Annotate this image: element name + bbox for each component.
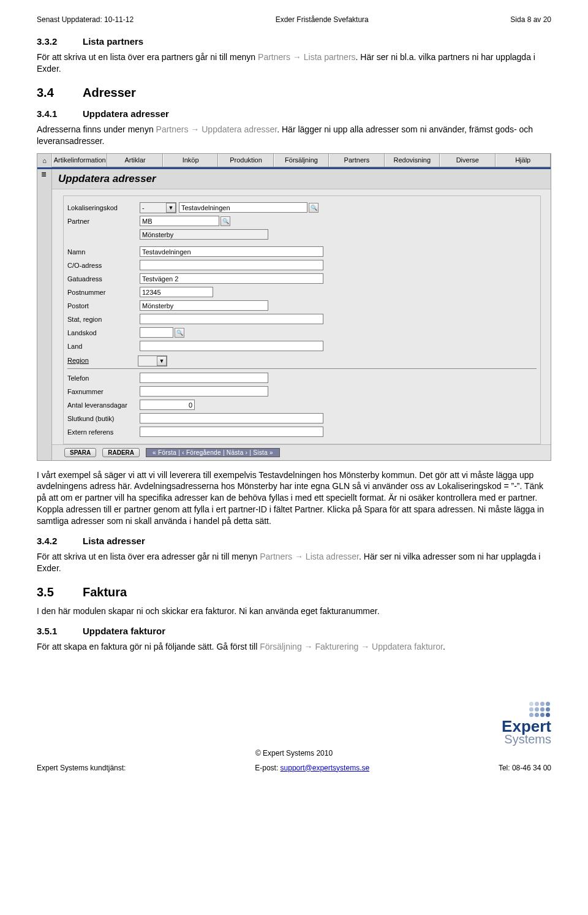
menu-diverse[interactable]: Diverse [440,154,495,167]
menu-artiklar[interactable]: Artiklar [107,154,162,167]
menu-partners[interactable]: Partners [329,154,384,167]
chevron-down-icon[interactable]: ▼ [157,356,167,366]
partner-name-readonly: Mönsterby [140,229,268,240]
para-3-3-2: För att skriva ut en lista över era part… [37,51,551,75]
region-select[interactable]: ▼ [138,355,167,366]
label-lokaliseringskod: Lokaliseringskod [67,204,140,211]
menu-path: Partners → Uppdatera adresser [156,124,277,134]
para-3-5-1: För att skapa en faktura gör ni på följa… [37,641,551,653]
slutkund-input[interactable] [140,413,323,423]
footer-left: Expert Systems kundtjänst: [37,764,126,772]
lokaliseringskod-select[interactable]: - ▼ [140,202,176,213]
postort-input[interactable]: Mönsterby [140,300,268,311]
label-extern-referens: Extern referens [67,428,140,436]
label-faxnummer: Faxnummer [67,388,140,395]
header-right: Sida 8 av 20 [510,15,551,24]
radera-button[interactable]: RADERA [102,448,140,457]
header-center: Exder Fristående Svefaktura [276,15,369,24]
extern-referens-input[interactable] [140,427,323,437]
form-toolbar: SPARA RADERA « Första | ‹ Föregående | N… [52,444,551,460]
header-left: Senast Uppdaterad: 10-11-12 [37,15,134,24]
page-header: Senast Uppdaterad: 10-11-12 Exder Fristå… [37,15,551,24]
leveransdagar-input[interactable]: 0 [140,400,195,410]
para-3-4-1: Adresserna finns under menyn Partners → … [37,124,551,147]
land-input[interactable] [140,341,323,351]
label-co: C/O-adress [67,262,140,269]
label-partner: Partner [67,218,140,225]
fax-input[interactable] [140,386,268,397]
para-3-5: I den här modulen skapar ni och skickar … [37,606,551,617]
gatuadress-input[interactable]: Testvägen 2 [140,273,323,284]
label-gatuadress: Gatuadress [67,275,140,283]
search-icon[interactable]: 🔍 [175,328,184,338]
menu-produktion[interactable]: Produktion [218,154,273,167]
menu-hjalp[interactable]: Hjälp [496,154,551,167]
list-icon[interactable]: ≣ [41,171,48,178]
page-footer: ExpertSystems © Expert Systems 2010 Expe… [37,702,551,772]
footer-right: Tel: 08-46 34 00 [499,764,551,772]
co-input[interactable] [140,260,323,270]
heading-3-3-2: 3.3.2Lista partners [37,36,551,47]
label-postort: Postort [67,302,140,309]
left-icon-strip-top: ⌂ [37,154,52,167]
label-namn: Namn [67,248,140,256]
label-leveransdagar: Antal leveransdagar [67,401,140,409]
menu-redovisning[interactable]: Redovisning [385,154,440,167]
copyright: © Expert Systems 2010 [37,749,551,757]
label-stat-region: Stat, region [67,316,140,323]
namn-input[interactable]: Testavdelningen [140,246,323,257]
para-3-4-2: För att skriva ut en lista över era adre… [37,551,551,574]
company-logo: ExpertSystems [37,702,551,746]
support-email-link[interactable]: support@expertsystems.se [281,764,370,772]
stat-region-input[interactable] [140,314,323,324]
heading-3-4-2: 3.4.2Lista adresser [37,536,551,546]
menu-inkop[interactable]: Inköp [163,154,218,167]
spara-button[interactable]: SPARA [64,448,96,457]
footer-mid: E-post: support@expertsystems.se [255,764,369,772]
lokaliseringskod-name-input[interactable]: Testavdelningen [179,202,307,213]
menu-artikelinformation[interactable]: Artikelinformation (VCD) [52,154,107,167]
menu-path: Försäljning → Fakturering → Uppdatera fa… [260,642,443,651]
telefon-input[interactable] [140,373,268,383]
search-icon[interactable]: 🔍 [309,203,318,213]
label-telefon: Telefon [67,374,140,382]
menu-forsaljning[interactable]: Försäljning [274,154,329,167]
separator [67,368,537,370]
partner-code-input[interactable]: MB [140,216,219,226]
address-form: Lokaliseringskod - ▼ Testavdelningen 🔍 P… [63,196,541,444]
menu-path: Partners → Lista partners [258,52,356,62]
form-title: Uppdatera adresser [52,169,551,189]
explanation-paragraph: I vårt exempel så säger vi att vi vill l… [37,469,551,527]
heading-3-5: 3.5Faktura [37,585,551,599]
record-pager[interactable]: « Första | ‹ Föregående | Nästa › | Sist… [146,448,280,457]
label-landskod: Landskod [67,329,140,336]
postnummer-input[interactable]: 12345 [140,287,213,297]
label-slutkund: Slutkund (butik) [67,415,140,422]
chevron-down-icon[interactable]: ▼ [166,203,176,213]
landskod-input[interactable] [140,327,173,338]
label-postnummer: Postnummer [67,289,140,296]
search-icon[interactable]: 🔍 [221,216,230,226]
heading-3-5-1: 3.5.1Uppdatera fakturor [37,626,551,636]
heading-3-4: 3.4Adresser [37,86,551,100]
home-icon[interactable]: ⌂ [42,157,47,164]
region-section-label: Region [64,357,136,364]
menu-path: Partners → Lista adresser [260,552,359,561]
label-land: Land [67,343,140,350]
app-screenshot: ⌂ Artikelinformation (VCD) Artiklar Inkö… [37,153,551,461]
menubar: Artikelinformation (VCD) Artiklar Inköp … [52,154,551,167]
heading-3-4-1: 3.4.1Uppdatera adresser [37,108,551,119]
